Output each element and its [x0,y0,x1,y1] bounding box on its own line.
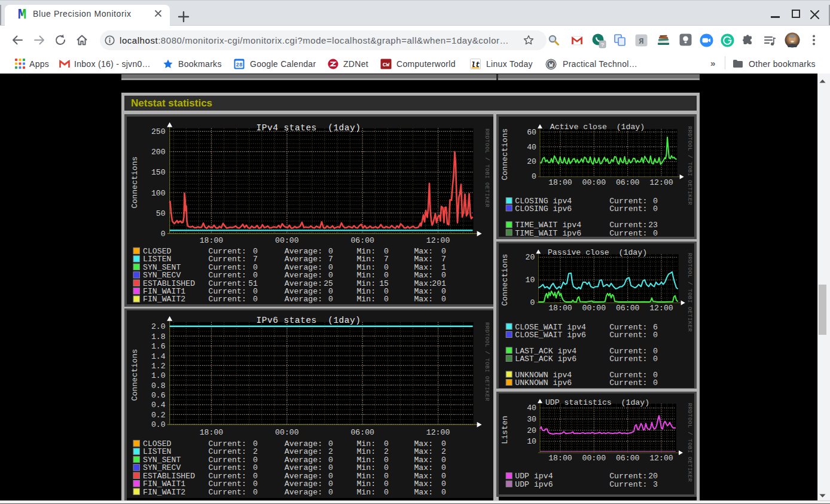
svg-text:1.2: 1.2 [151,362,166,371]
svg-text:0: 0 [441,295,446,304]
svg-text:0: 0 [653,355,658,364]
svg-text:40: 40 [527,404,536,413]
svg-text:1.0: 1.0 [151,371,166,380]
svg-text:12:00: 12:00 [426,236,450,245]
svg-text:0: 0 [161,230,166,239]
svg-text:00:00: 00:00 [582,454,606,463]
svg-text:06:00: 06:00 [616,304,640,313]
svg-text:18:00: 18:00 [548,178,572,187]
svg-text:UDP ipv6: UDP ipv6 [515,480,553,489]
svg-text:00:00: 00:00 [582,178,606,187]
svg-text:Connections: Connections [130,349,139,401]
svg-text:Min:: Min: [356,488,376,497]
svg-text:06:00: 06:00 [616,454,640,463]
svg-text:18:00: 18:00 [548,304,572,313]
svg-text:0: 0 [653,229,658,237]
svg-text:12:00: 12:00 [649,178,673,187]
svg-text:Average:: Average: [285,488,322,497]
svg-text:CW: CW [383,62,390,68]
svg-text:0: 0 [328,488,333,497]
svg-text:Passive close (1day): Passive close (1day) [548,248,647,257]
svg-text:0: 0 [384,488,389,497]
svg-text:Current:: Current: [209,488,246,497]
svg-text:Average:: Average: [285,295,322,304]
svg-text:TIME_WAIT ipv6: TIME_WAIT ipv6 [515,229,581,237]
svg-text:Max:: Max: [414,488,433,497]
svg-text:Current:: Current: [609,355,647,364]
svg-text:0: 0 [384,295,389,304]
svg-text:28: 28 [236,62,243,68]
svg-text:Listen: Listen [501,416,509,444]
svg-text:2.0: 2.0 [151,322,166,331]
svg-text:20: 20 [527,157,536,166]
svg-text:200: 200 [151,148,166,157]
svg-text:0: 0 [328,295,333,304]
svg-text:18:00: 18:00 [200,236,224,245]
svg-text:UDP statistics (1day): UDP statistics (1day) [545,398,649,407]
svg-text:Connections: Connections [501,128,509,180]
svg-text:?: ? [601,42,605,48]
svg-text:IPv4 states (1day): IPv4 states (1day) [257,123,361,133]
svg-text:20: 20 [527,426,536,435]
svg-text:Current:: Current: [609,480,647,489]
svg-text:150: 150 [151,168,166,177]
svg-text:00:00: 00:00 [275,428,299,437]
svg-text:Current:: Current: [609,204,647,213]
svg-text:1.6: 1.6 [151,342,166,351]
svg-text:0: 0 [653,378,658,387]
svg-text:LAST_ACK ipv6: LAST_ACK ipv6 [515,355,576,364]
svg-text:CLOSING ipv6: CLOSING ipv6 [515,204,572,213]
svg-text:Current:: Current: [609,331,647,340]
svg-text:12:00: 12:00 [426,428,450,437]
svg-text:0: 0 [653,331,658,340]
svg-text:1.8: 1.8 [151,332,166,341]
svg-text:R: R [639,37,644,46]
svg-text:0.0: 0.0 [151,420,166,429]
svg-text:RRDTOOL / TOBI OETIKER: RRDTOOL / TOBI OETIKER [686,253,693,332]
svg-text:10: 10 [525,276,535,285]
svg-text:60: 60 [527,128,536,137]
svg-text:12:00: 12:00 [649,304,673,313]
svg-text:250: 250 [151,127,166,136]
svg-text:0: 0 [253,488,258,497]
svg-text:10: 10 [527,437,536,446]
svg-text:3: 3 [653,480,658,489]
svg-text:0: 0 [653,204,658,213]
svg-text:CLOSE_WAIT ipv6: CLOSE_WAIT ipv6 [515,331,586,340]
svg-text:RRDTOOL / TOBI OETIKER: RRDTOOL / TOBI OETIKER [484,322,490,401]
svg-text:Max:: Max: [414,295,433,304]
svg-text:Connections: Connections [130,156,139,208]
svg-text:IPv6 states (1day): IPv6 states (1day) [257,316,361,325]
svg-text:30: 30 [527,415,536,424]
svg-text:0.2: 0.2 [151,411,166,420]
svg-text:0: 0 [441,488,446,497]
svg-text:0: 0 [530,298,535,307]
svg-text:0: 0 [253,295,258,304]
svg-text:00:00: 00:00 [275,236,299,245]
svg-text:FIN_WAIT2: FIN_WAIT2 [143,295,185,304]
svg-text:06:00: 06:00 [616,178,640,187]
svg-text:06:00: 06:00 [350,428,374,437]
svg-text:FIN_WAIT2: FIN_WAIT2 [143,488,185,497]
svg-text:100: 100 [151,189,166,198]
svg-text:Current:: Current: [609,378,647,387]
svg-text:RRDTOOL / TOBI OETIKER: RRDTOOL / TOBI OETIKER [686,403,693,482]
svg-text:1.4: 1.4 [151,352,166,361]
svg-text:Connections: Connections [501,253,509,306]
svg-text:20: 20 [525,253,535,262]
svg-text:Active close (1day): Active close (1day) [550,123,645,132]
svg-text:0.6: 0.6 [151,391,166,400]
svg-text:0.4: 0.4 [151,401,166,410]
svg-text:W: W [549,61,553,69]
svg-text:0: 0 [532,172,536,181]
svg-text:Min:: Min: [356,295,376,304]
svg-text:06:00: 06:00 [350,236,374,245]
svg-text:18:00: 18:00 [548,454,572,463]
svg-text:UNKNOWN ipv6: UNKNOWN ipv6 [515,378,572,387]
svg-text:Current:: Current: [209,295,246,304]
svg-text:M: M [18,7,26,20]
svg-text:RRDTOOL / TOBI OETIKER: RRDTOOL / TOBI OETIKER [686,126,693,205]
svg-text:50: 50 [156,209,166,218]
svg-text:0.8: 0.8 [151,381,166,390]
svg-text:40: 40 [527,143,536,152]
